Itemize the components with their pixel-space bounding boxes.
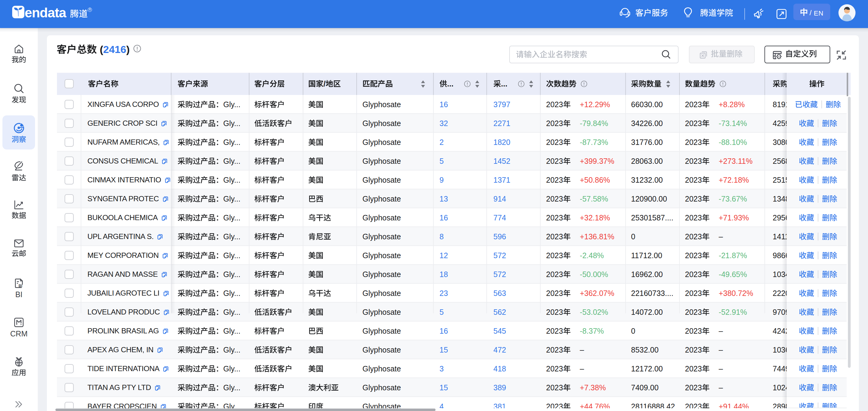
svg-text:BI: BI bbox=[19, 284, 22, 288]
